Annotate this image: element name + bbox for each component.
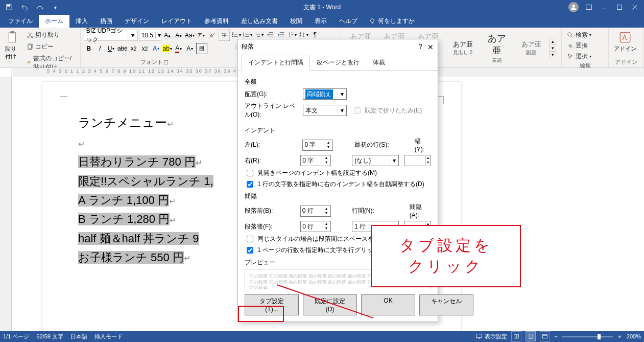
styles-scroll-down[interactable]: ▾ (550, 44, 556, 51)
tab-draw[interactable]: 描画 (94, 15, 118, 28)
indent-left-spinner[interactable]: ▴▾ (302, 140, 333, 151)
spin-down-icon[interactable]: ▾ (322, 226, 330, 231)
spin-down-icon[interactable]: ▾ (324, 145, 332, 150)
space-before-spinner[interactable]: ▴▾ (300, 206, 331, 217)
multilevel-list-icon[interactable] (254, 30, 264, 40)
alignment-combo[interactable]: 両端揃え▾ (303, 88, 347, 100)
decrease-indent-icon[interactable] (265, 30, 275, 40)
grow-font-icon[interactable]: A▴ (162, 30, 173, 40)
cancel-button[interactable]: キャンセル (419, 294, 473, 315)
by-input[interactable] (404, 156, 425, 165)
bullets-icon[interactable] (231, 30, 242, 40)
show-marks-icon[interactable]: ¶ (310, 30, 320, 40)
qat-customize-icon[interactable]: ▾ (48, 0, 62, 14)
tab-file[interactable]: ファイル (2, 15, 39, 28)
styles-expand[interactable]: ▾ (550, 51, 556, 58)
bold-icon[interactable]: B (84, 43, 94, 54)
status-insert-mode[interactable]: 挿入モード (94, 333, 123, 340)
superscript-icon[interactable]: x2 (140, 43, 150, 54)
underline-icon[interactable]: U (106, 43, 116, 54)
minimize-icon[interactable] (597, 0, 611, 14)
redo-icon[interactable] (33, 0, 47, 14)
select-button[interactable]: 選択▾ (565, 51, 593, 62)
numbering-icon[interactable]: 123 (243, 30, 253, 40)
phonetic-guide-icon[interactable]: ア (196, 30, 206, 40)
tab-review[interactable]: 校閲 (284, 15, 308, 28)
style-item[interactable]: あア亜 表題 (481, 31, 513, 65)
tab-home[interactable]: ホーム (39, 15, 69, 28)
tab-references[interactable]: 参考資料 (198, 15, 235, 28)
snap-grid-checkbox[interactable] (247, 247, 253, 254)
indent-left-input[interactable] (303, 141, 324, 149)
char-shading-icon[interactable]: A (185, 43, 195, 54)
subscript-icon[interactable]: x2 (129, 43, 139, 54)
paste-button[interactable]: 貼り付け (3, 30, 22, 61)
outline-level-combo[interactable]: 本文▾ (303, 105, 347, 116)
account-avatar[interactable] (566, 0, 581, 14)
asian-layout-icon[interactable] (288, 30, 298, 40)
special-indent-combo[interactable]: (なし)▾ (352, 155, 399, 166)
shrink-font-icon[interactable]: A▾ (174, 30, 184, 40)
styles-scroll-up[interactable]: ▴ (550, 38, 556, 44)
display-settings-button[interactable]: 表示設定 (475, 333, 507, 340)
strikethrough-icon[interactable]: abc (117, 43, 128, 54)
spin-down-icon[interactable]: ▾ (426, 161, 430, 165)
clear-format-icon[interactable]: A (207, 30, 218, 40)
status-page[interactable]: 1/1 ページ (3, 333, 29, 340)
undo-icon[interactable] (17, 0, 32, 14)
tab-mailings[interactable]: 差し込み文書 (235, 15, 284, 28)
tell-me-search[interactable]: 何をしますか (364, 15, 420, 28)
indent-right-input[interactable] (301, 156, 322, 165)
style-item[interactable]: あア亜 副題 (516, 38, 546, 58)
font-family-combo[interactable]: BIZ UDPゴシック▾ (84, 30, 138, 41)
maximize-icon[interactable] (612, 0, 627, 14)
dialog-titlebar[interactable]: 段落 ? ✕ (237, 39, 438, 54)
italic-icon[interactable]: I (95, 43, 105, 54)
find-button[interactable]: 検索▾ (565, 30, 593, 40)
ok-button[interactable]: OK (361, 294, 415, 315)
sort-icon[interactable]: AZ (299, 30, 309, 40)
view-print-layout-icon[interactable] (526, 331, 536, 341)
replace-button[interactable]: 置換 (565, 40, 590, 51)
increase-indent-icon[interactable] (276, 30, 287, 40)
cut-button[interactable]: 切り取り (25, 30, 77, 40)
zoom-thumb[interactable] (598, 334, 601, 339)
change-case-icon[interactable]: Aa (185, 30, 195, 40)
highlight-icon[interactable]: ab (162, 43, 173, 54)
vertical-ruler[interactable] (0, 77, 12, 331)
status-word-count[interactable]: 52/59 文字 (36, 333, 63, 340)
zoom-level[interactable]: 200% (627, 333, 641, 339)
space-after-spinner[interactable]: ▴▾ (300, 221, 331, 232)
close-icon[interactable]: ✕ (427, 43, 434, 51)
status-language[interactable]: 日本語 (70, 333, 87, 340)
dialog-launcher-icon[interactable] (164, 60, 168, 64)
space-after-input[interactable] (301, 222, 322, 231)
tab-indent-spacing[interactable]: インデントと行間隔 (242, 55, 310, 71)
set-default-button[interactable]: 既定に設定(D) (303, 294, 357, 315)
mirror-indent-checkbox[interactable] (247, 170, 253, 176)
tab-insert[interactable]: 挿入 (69, 15, 94, 28)
spin-down-icon[interactable]: ▾ (322, 161, 330, 165)
close-icon[interactable] (628, 0, 642, 14)
auto-adjust-checkbox[interactable] (247, 181, 253, 188)
save-icon[interactable] (2, 0, 16, 14)
tabs-button[interactable]: タブ設定(T)... (245, 294, 299, 315)
copy-button[interactable]: コピー (25, 41, 77, 52)
spin-down-icon[interactable]: ▾ (322, 211, 330, 216)
by-spinner[interactable]: ▴▾ (404, 155, 431, 166)
view-read-mode-icon[interactable] (511, 331, 521, 341)
zoom-slider[interactable] (562, 336, 613, 337)
font-size-combo[interactable]: 10.5▾ (139, 30, 161, 41)
zoom-out-button[interactable]: − (554, 333, 557, 339)
tab-page-breaks[interactable]: 改ページと改行 (310, 55, 366, 71)
tab-asian[interactable]: 体裁 (366, 55, 392, 71)
style-item[interactable]: あア亜 見出し 2 (447, 38, 478, 58)
indent-right-spinner[interactable]: ▴▾ (300, 155, 331, 166)
tab-help[interactable]: ヘルプ (333, 15, 364, 28)
help-icon[interactable]: ? (419, 43, 422, 51)
font-color-icon[interactable]: A (174, 43, 184, 54)
addin-button[interactable]: A アドイン (612, 30, 638, 54)
char-border-icon[interactable]: 囲 (196, 43, 207, 54)
tab-design[interactable]: デザイン (118, 15, 155, 28)
space-before-input[interactable] (301, 207, 322, 215)
